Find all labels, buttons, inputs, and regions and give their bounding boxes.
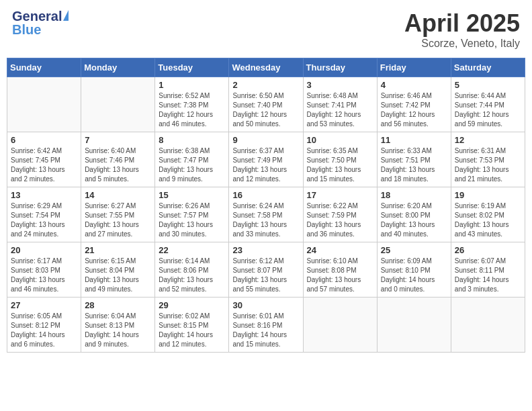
day-info: Sunrise: 6:17 AM Sunset: 8:03 PM Dayligh…	[11, 257, 77, 294]
calendar-cell: 15Sunrise: 6:26 AM Sunset: 7:57 PM Dayli…	[155, 187, 229, 242]
calendar-cell: 1Sunrise: 6:52 AM Sunset: 7:38 PM Daylig…	[155, 77, 229, 132]
day-info: Sunrise: 6:10 AM Sunset: 8:08 PM Dayligh…	[307, 257, 373, 294]
day-number: 11	[381, 135, 447, 145]
title-section: April 2025 Scorze, Veneto, Italy	[404, 9, 520, 50]
day-number: 22	[159, 245, 225, 255]
calendar-cell: 12Sunrise: 6:31 AM Sunset: 7:53 PM Dayli…	[451, 132, 525, 187]
day-info: Sunrise: 6:50 AM Sunset: 7:40 PM Dayligh…	[232, 91, 299, 129]
day-number: 1	[159, 80, 225, 90]
location-subtitle: Scorze, Veneto, Italy	[404, 38, 520, 50]
calendar-cell: 29Sunrise: 6:02 AM Sunset: 8:15 PM Dayli…	[155, 298, 229, 353]
day-info: Sunrise: 6:02 AM Sunset: 8:15 PM Dayligh…	[159, 312, 225, 349]
calendar-cell: 27Sunrise: 6:05 AM Sunset: 8:12 PM Dayli…	[7, 298, 81, 353]
day-number: 8	[159, 135, 225, 145]
day-number: 4	[381, 80, 447, 90]
day-info: Sunrise: 6:19 AM Sunset: 8:02 PM Dayligh…	[455, 201, 521, 239]
day-number: 5	[455, 80, 521, 90]
day-number: 15	[159, 190, 225, 200]
calendar-cell	[81, 77, 155, 132]
day-info: Sunrise: 6:01 AM Sunset: 8:16 PM Dayligh…	[232, 312, 299, 349]
calendar-cell: 17Sunrise: 6:22 AM Sunset: 7:59 PM Dayli…	[303, 187, 377, 242]
day-info: Sunrise: 6:26 AM Sunset: 7:57 PM Dayligh…	[159, 201, 225, 239]
calendar-cell: 10Sunrise: 6:35 AM Sunset: 7:50 PM Dayli…	[303, 132, 377, 187]
calendar-cell: 11Sunrise: 6:33 AM Sunset: 7:51 PM Dayli…	[377, 132, 451, 187]
main-title: April 2025	[404, 9, 520, 38]
day-number: 14	[85, 190, 151, 200]
day-info: Sunrise: 6:52 AM Sunset: 7:38 PM Dayligh…	[159, 91, 225, 129]
day-info: Sunrise: 6:20 AM Sunset: 8:00 PM Dayligh…	[381, 201, 447, 239]
day-number: 12	[455, 135, 521, 145]
calendar-header-row: SundayMondayTuesdayWednesdayThursdayFrid…	[7, 58, 525, 77]
day-number: 26	[455, 245, 521, 255]
day-number: 19	[455, 190, 521, 200]
day-number: 24	[307, 245, 373, 255]
day-number: 13	[11, 190, 77, 200]
logo-general-text: General	[12, 9, 62, 23]
day-info: Sunrise: 6:12 AM Sunset: 8:07 PM Dayligh…	[232, 257, 299, 294]
day-info: Sunrise: 6:22 AM Sunset: 7:59 PM Dayligh…	[307, 201, 373, 239]
calendar-cell: 6Sunrise: 6:42 AM Sunset: 7:45 PM Daylig…	[7, 132, 81, 187]
calendar-cell: 18Sunrise: 6:20 AM Sunset: 8:00 PM Dayli…	[377, 187, 451, 242]
day-of-week-header: Tuesday	[155, 58, 229, 77]
calendar-cell: 8Sunrise: 6:38 AM Sunset: 7:47 PM Daylig…	[155, 132, 229, 187]
calendar-cell: 30Sunrise: 6:01 AM Sunset: 8:16 PM Dayli…	[229, 298, 303, 353]
day-of-week-header: Thursday	[303, 58, 377, 77]
logo-blue-text: Blue	[12, 23, 41, 36]
calendar-cell	[7, 77, 81, 132]
day-number: 9	[232, 135, 299, 145]
calendar-cell: 5Sunrise: 6:44 AM Sunset: 7:44 PM Daylig…	[451, 77, 525, 132]
day-info: Sunrise: 6:42 AM Sunset: 7:45 PM Dayligh…	[11, 146, 77, 184]
calendar-cell: 23Sunrise: 6:12 AM Sunset: 8:07 PM Dayli…	[229, 242, 303, 298]
day-info: Sunrise: 6:14 AM Sunset: 8:06 PM Dayligh…	[159, 257, 225, 294]
calendar-cell: 19Sunrise: 6:19 AM Sunset: 8:02 PM Dayli…	[451, 187, 525, 242]
calendar-cell: 21Sunrise: 6:15 AM Sunset: 8:04 PM Dayli…	[81, 242, 155, 298]
day-info: Sunrise: 6:24 AM Sunset: 7:58 PM Dayligh…	[232, 201, 299, 239]
day-number: 6	[11, 135, 77, 145]
day-info: Sunrise: 6:09 AM Sunset: 8:10 PM Dayligh…	[381, 257, 447, 294]
calendar-cell: 7Sunrise: 6:40 AM Sunset: 7:46 PM Daylig…	[81, 132, 155, 187]
day-of-week-header: Saturday	[451, 58, 525, 77]
calendar-cell: 4Sunrise: 6:46 AM Sunset: 7:42 PM Daylig…	[377, 77, 451, 132]
day-info: Sunrise: 6:40 AM Sunset: 7:46 PM Dayligh…	[85, 146, 151, 184]
day-info: Sunrise: 6:33 AM Sunset: 7:51 PM Dayligh…	[381, 146, 447, 184]
day-info: Sunrise: 6:07 AM Sunset: 8:11 PM Dayligh…	[455, 257, 521, 294]
day-number: 10	[307, 135, 373, 145]
day-of-week-header: Sunday	[7, 58, 81, 77]
day-info: Sunrise: 6:44 AM Sunset: 7:44 PM Dayligh…	[455, 91, 521, 129]
day-of-week-header: Wednesday	[229, 58, 303, 77]
calendar-week-row: 1Sunrise: 6:52 AM Sunset: 7:38 PM Daylig…	[7, 77, 525, 132]
calendar-cell: 22Sunrise: 6:14 AM Sunset: 8:06 PM Dayli…	[155, 242, 229, 298]
day-number: 23	[232, 245, 299, 255]
calendar-table: SundayMondayTuesdayWednesdayThursdayFrid…	[7, 58, 525, 353]
calendar-cell: 25Sunrise: 6:09 AM Sunset: 8:10 PM Dayli…	[377, 242, 451, 298]
page-header: General Blue April 2025 Scorze, Veneto, …	[7, 7, 525, 52]
calendar-cell: 3Sunrise: 6:48 AM Sunset: 7:41 PM Daylig…	[303, 77, 377, 132]
day-number: 20	[11, 245, 77, 255]
day-info: Sunrise: 6:38 AM Sunset: 7:47 PM Dayligh…	[159, 146, 225, 184]
day-number: 21	[85, 245, 151, 255]
calendar-week-row: 6Sunrise: 6:42 AM Sunset: 7:45 PM Daylig…	[7, 132, 525, 187]
day-number: 16	[232, 190, 299, 200]
day-info: Sunrise: 6:04 AM Sunset: 8:13 PM Dayligh…	[85, 312, 151, 349]
calendar-week-row: 27Sunrise: 6:05 AM Sunset: 8:12 PM Dayli…	[7, 298, 525, 353]
calendar-cell: 14Sunrise: 6:27 AM Sunset: 7:55 PM Dayli…	[81, 187, 155, 242]
day-number: 29	[159, 300, 225, 310]
calendar-cell: 16Sunrise: 6:24 AM Sunset: 7:58 PM Dayli…	[229, 187, 303, 242]
calendar-cell: 9Sunrise: 6:37 AM Sunset: 7:49 PM Daylig…	[229, 132, 303, 187]
day-info: Sunrise: 6:15 AM Sunset: 8:04 PM Dayligh…	[85, 257, 151, 294]
calendar-cell	[303, 298, 377, 353]
day-number: 7	[85, 135, 151, 145]
day-number: 18	[381, 190, 447, 200]
calendar-cell: 24Sunrise: 6:10 AM Sunset: 8:08 PM Dayli…	[303, 242, 377, 298]
logo: General Blue	[12, 9, 69, 36]
day-info: Sunrise: 6:31 AM Sunset: 7:53 PM Dayligh…	[455, 146, 521, 184]
day-number: 28	[85, 300, 151, 310]
calendar-cell: 28Sunrise: 6:04 AM Sunset: 8:13 PM Dayli…	[81, 298, 155, 353]
day-info: Sunrise: 6:29 AM Sunset: 7:54 PM Dayligh…	[11, 201, 77, 239]
day-number: 3	[307, 80, 373, 90]
day-info: Sunrise: 6:46 AM Sunset: 7:42 PM Dayligh…	[381, 91, 447, 129]
calendar-cell: 20Sunrise: 6:17 AM Sunset: 8:03 PM Dayli…	[7, 242, 81, 298]
calendar-cell	[451, 298, 525, 353]
day-number: 2	[232, 80, 299, 90]
calendar-cell: 13Sunrise: 6:29 AM Sunset: 7:54 PM Dayli…	[7, 187, 81, 242]
